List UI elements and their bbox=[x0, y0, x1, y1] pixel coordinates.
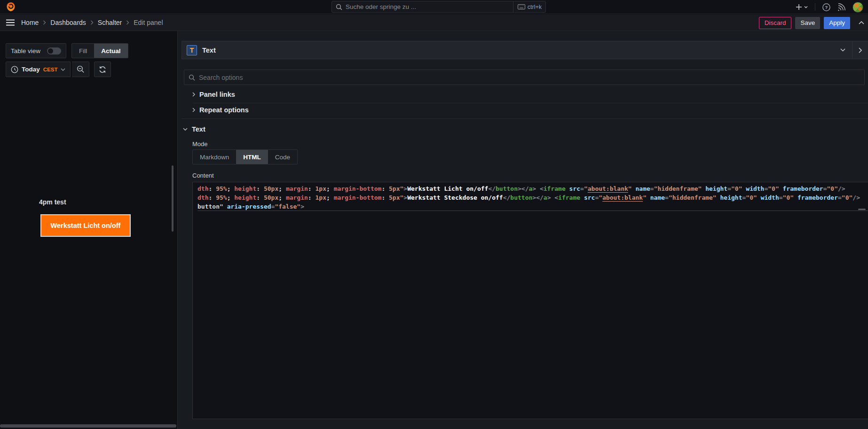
options-search-box[interactable] bbox=[184, 70, 865, 85]
mode-markdown[interactable]: Markdown bbox=[193, 150, 236, 164]
breadcrumb-home[interactable]: Home bbox=[21, 19, 39, 26]
horizontal-scrollbar[interactable] bbox=[0, 424, 176, 428]
breadcrumb-schalter[interactable]: Schalter bbox=[98, 19, 122, 26]
global-search-box[interactable]: ctrl+k bbox=[331, 1, 546, 13]
panel-type-row: T Text bbox=[181, 41, 868, 59]
editor-horizontal-scrollbar[interactable] bbox=[858, 209, 866, 210]
chevron-right-icon bbox=[90, 20, 94, 25]
collapse-pane-chevron-right-icon[interactable] bbox=[852, 41, 868, 59]
table-view-label: Table view bbox=[11, 47, 40, 55]
search-icon bbox=[336, 4, 342, 10]
table-view-toggle[interactable] bbox=[47, 47, 61, 55]
options-pane: T Text Panel links bbox=[177, 31, 868, 429]
topnav-divider bbox=[815, 3, 815, 11]
breadcrumb-bar: Home Dashboards Schalter Edit panel Disc… bbox=[0, 15, 868, 31]
chevron-right-icon bbox=[43, 20, 46, 25]
mode-code[interactable]: Code bbox=[268, 150, 297, 164]
fill-actual-group: Fill Actual bbox=[71, 43, 128, 58]
pane-resizer-handle[interactable] bbox=[172, 165, 174, 232]
grafana-edit-panel: ctrl+k ? Home Dashboards Schalte bbox=[0, 0, 868, 429]
section-divider bbox=[181, 118, 868, 119]
shortcut-hint: ctrl+k bbox=[513, 1, 542, 12]
apply-button[interactable]: Apply bbox=[824, 17, 850, 29]
top-nav: ctrl+k ? bbox=[0, 0, 868, 14]
chevron-up-icon[interactable] bbox=[859, 21, 864, 24]
global-search-input[interactable] bbox=[346, 3, 513, 10]
svg-text:?: ? bbox=[825, 5, 828, 10]
zoom-out-icon bbox=[77, 65, 85, 73]
content-label: Content bbox=[192, 172, 214, 179]
code-content: dth: 95%; height: 50px; margin: 1px; mar… bbox=[193, 182, 868, 211]
grafana-logo-icon[interactable] bbox=[6, 2, 16, 12]
section-text[interactable]: Text bbox=[183, 125, 205, 133]
mode-html[interactable]: HTML bbox=[236, 150, 268, 164]
avatar[interactable] bbox=[852, 2, 863, 13]
table-view-control: Table view bbox=[6, 43, 66, 58]
section-divider bbox=[192, 103, 868, 103]
timezone-label: CEST bbox=[43, 67, 58, 72]
mode-label: Mode bbox=[192, 140, 208, 148]
clock-icon bbox=[11, 66, 18, 73]
time-range-label: Today bbox=[22, 66, 40, 73]
fill-option[interactable]: Fill bbox=[72, 44, 94, 58]
menu-icon[interactable] bbox=[6, 19, 15, 26]
news-rss-icon[interactable] bbox=[837, 3, 845, 11]
search-icon bbox=[189, 74, 195, 81]
werkstatt-licht-button[interactable]: Werkstatt Licht on/off bbox=[40, 214, 131, 237]
content-code-editor[interactable]: dth: 95%; height: 50px; margin: 1px; mar… bbox=[192, 182, 868, 419]
time-range-picker[interactable]: Today CEST bbox=[6, 62, 71, 77]
panel-links-label: Panel links bbox=[199, 91, 235, 98]
keyboard-icon bbox=[518, 4, 525, 9]
refresh-button[interactable] bbox=[94, 62, 111, 77]
actual-option[interactable]: Actual bbox=[94, 44, 127, 58]
section-repeat-options[interactable]: Repeat options bbox=[192, 106, 249, 114]
text-panel-icon: T bbox=[187, 45, 197, 55]
panel-type-label: Text bbox=[202, 47, 216, 54]
add-button[interactable] bbox=[796, 4, 808, 10]
panel-title: 4pm test bbox=[39, 198, 66, 206]
breadcrumb-dashboards[interactable]: Dashboards bbox=[50, 19, 86, 26]
refresh-icon bbox=[99, 66, 106, 73]
chevron-right-icon bbox=[192, 92, 195, 97]
chevron-right-icon bbox=[192, 108, 195, 112]
mode-radio-group: Markdown HTML Code bbox=[192, 149, 298, 164]
breadcrumb-edit-panel: Edit panel bbox=[134, 19, 163, 26]
chevron-right-icon bbox=[126, 20, 129, 25]
chevron-down-icon bbox=[61, 68, 65, 71]
help-icon[interactable]: ? bbox=[822, 3, 830, 11]
discard-button[interactable]: Discard bbox=[759, 17, 792, 29]
section-panel-links[interactable]: Panel links bbox=[192, 91, 235, 98]
text-section-label: Text bbox=[192, 125, 205, 133]
breadcrumb: Home Dashboards Schalter Edit panel bbox=[21, 19, 163, 26]
repeat-options-label: Repeat options bbox=[199, 106, 249, 114]
panel-type-chevron-down-icon[interactable] bbox=[834, 41, 852, 59]
zoom-out-button[interactable] bbox=[72, 62, 89, 77]
chevron-down-icon bbox=[183, 128, 188, 131]
save-button[interactable]: Save bbox=[795, 17, 820, 29]
options-search-input[interactable] bbox=[199, 74, 860, 81]
